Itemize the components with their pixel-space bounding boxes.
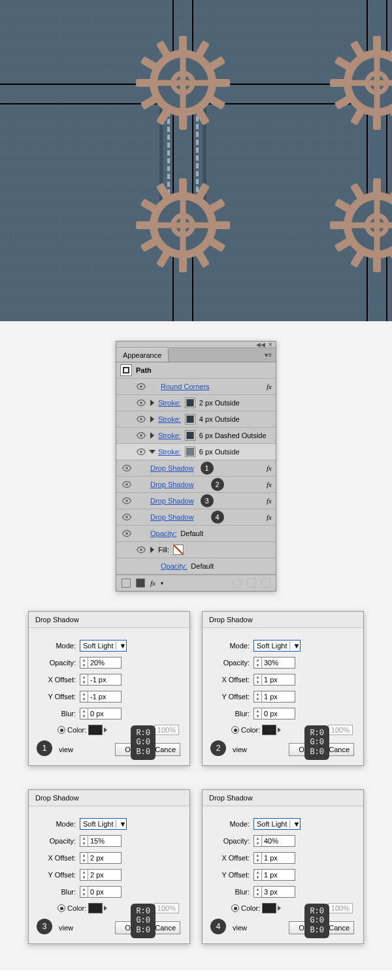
close-icon[interactable]: ✕ [268,341,273,348]
darkness-input[interactable]: 100% [328,725,353,735]
opacity-input[interactable]: ▲▼ [253,657,295,669]
dropshadow-row[interactable]: Drop Shadow 4 fx [116,509,276,526]
mode-select[interactable]: Soft Light▼ [80,818,127,830]
stroke-link[interactable]: Stroke: [158,448,181,456]
svg-point-68 [140,385,142,388]
darkness-input[interactable]: 100% [154,725,179,735]
color-radio[interactable] [231,726,239,734]
expand-icon[interactable] [150,432,154,439]
expand-icon[interactable] [150,546,154,553]
blur-input[interactable]: ▲▼ [80,886,122,898]
color-swatch[interactable] [262,725,276,735]
visibility-icon[interactable] [122,512,132,522]
yoffset-input[interactable]: ▲▼ [80,869,122,881]
visibility-icon[interactable] [136,381,146,392]
new-stroke-icon[interactable] [122,578,131,588]
darkness-input[interactable]: 100% [154,903,179,913]
swatch-icon[interactable] [185,447,195,457]
swatch-none-icon[interactable] [173,545,184,555]
trash-icon[interactable] [261,578,270,588]
mode-select[interactable]: Soft Light▼ [253,818,301,830]
fx-icon[interactable]: fx [267,383,272,390]
expand-icon[interactable] [150,400,154,406]
add-effect-icon[interactable]: fx [150,579,155,587]
xoffset-input[interactable]: ▲▼ [253,852,295,864]
opacity-row[interactable]: Opacity: Default [116,526,276,542]
new-fill-icon[interactable] [136,578,145,588]
expand-icon[interactable] [150,416,154,422]
stroke-row[interactable]: Stroke: 6 px Dashed Outside [116,428,276,444]
yoffset-input[interactable]: ▲▼ [80,691,122,703]
stroke-value: 2 px Outside [199,399,240,407]
dropshadow-row[interactable]: Drop Shadow 2 fx [116,477,276,493]
collapse-icon[interactable]: ◀◀ [256,341,265,348]
color-radio[interactable] [231,904,239,912]
xoffset-input[interactable]: ▲▼ [80,852,122,864]
dropshadow-row[interactable]: Drop Shadow 1 fx [116,460,276,477]
color-radio[interactable] [57,904,65,912]
swatch-icon[interactable] [185,398,195,408]
effect-link[interactable]: Drop Shadow [150,464,194,472]
visibility-icon[interactable] [136,398,146,408]
blur-input[interactable]: ▲▼ [253,708,295,719]
opacity-input[interactable]: ▲▼ [80,657,122,669]
stroke-link[interactable]: Stroke: [158,399,181,407]
duplicate-icon[interactable] [247,578,256,588]
rgb-tooltip: R:0G:0B:0 [131,725,155,760]
yoffset-input[interactable]: ▲▼ [253,691,295,703]
visibility-icon[interactable] [136,414,146,424]
opacity-link[interactable]: Opacity: [161,562,187,570]
effect-link[interactable]: Drop Shadow [150,481,194,488]
stroke-row-expanded[interactable]: Stroke: 6 px Outside [116,444,276,460]
color-swatch[interactable] [88,725,103,735]
swatch-icon[interactable] [185,414,195,424]
svg-rect-52 [373,178,381,194]
dropshadow-row[interactable]: Drop Shadow 3 fx [116,493,276,509]
mode-select[interactable]: Soft Light▼ [80,640,127,652]
object-thumb-icon[interactable] [120,364,132,376]
effect-link[interactable]: Round Corners [161,383,210,390]
swatch-icon[interactable] [185,430,195,441]
svg-point-76 [125,516,128,518]
tab-appearance[interactable]: Appearance [116,348,169,362]
blur-input[interactable]: ▲▼ [80,708,122,719]
visibility-icon[interactable] [122,496,132,506]
darkness-input[interactable]: 100% [328,903,353,913]
expand-icon[interactable] [149,450,155,454]
stroke-link[interactable]: Stroke: [158,415,181,423]
fx-icon[interactable]: fx [267,513,272,521]
visibility-icon[interactable] [122,528,132,539]
effect-row[interactable]: Round Corners fx [116,379,276,395]
opacity-input[interactable]: ▲▼ [253,835,295,847]
xoffset-label: X Offset: [212,854,250,862]
xoffset-input[interactable]: ▲▼ [80,674,122,686]
color-swatch[interactable] [88,903,103,913]
blur-input[interactable]: ▲▼ [253,886,295,898]
clear-icon[interactable] [233,578,242,588]
mode-select[interactable]: Soft Light▼ [253,640,301,652]
opacity-label: Opacity: [212,659,250,667]
visibility-icon[interactable] [136,430,146,441]
effect-link[interactable]: Drop Shadow [150,513,194,521]
fx-icon[interactable]: fx [267,481,272,488]
yoffset-input[interactable]: ▲▼ [253,869,295,881]
color-swatch[interactable] [262,903,276,913]
fill-row[interactable]: Fill: [116,542,276,558]
visibility-icon[interactable] [122,463,132,473]
xoffset-input[interactable]: ▲▼ [253,674,295,686]
xoffset-label: X Offset: [38,676,76,684]
stroke-row[interactable]: Stroke: 2 px Outside [116,395,276,411]
fx-icon[interactable]: fx [267,497,272,505]
opacity-link[interactable]: Opacity: [150,530,176,537]
opacity-input[interactable]: ▲▼ [80,835,122,847]
color-radio[interactable] [57,726,65,734]
opacity-row[interactable]: Opacity: Default [116,558,276,575]
visibility-icon[interactable] [122,479,132,490]
visibility-icon[interactable] [136,447,146,457]
stroke-link[interactable]: Stroke: [158,432,181,439]
fx-icon[interactable]: fx [267,464,272,472]
stroke-row[interactable]: Stroke: 4 px Outside [116,411,276,428]
panel-menu-icon[interactable]: ▾≡ [261,351,276,358]
visibility-icon[interactable] [136,545,146,555]
effect-link[interactable]: Drop Shadow [150,497,194,505]
